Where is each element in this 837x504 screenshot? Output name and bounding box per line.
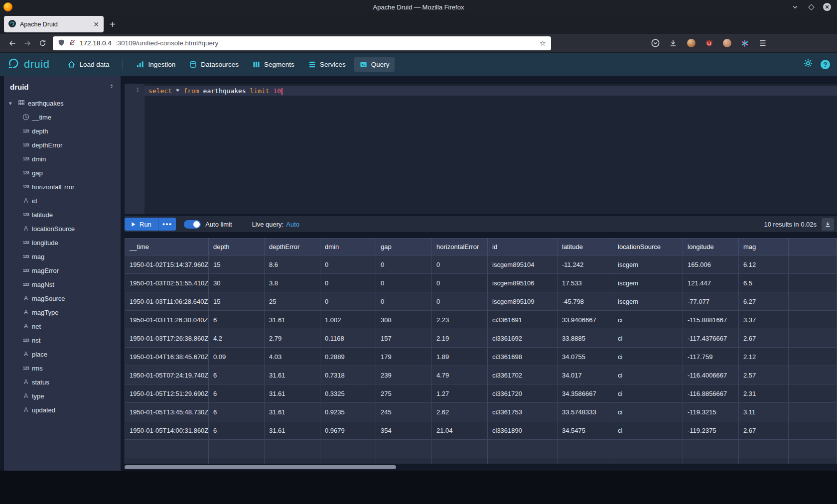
column-header-__time[interactable]: __time [125,239,209,255]
horizontal-scrollbar[interactable] [125,465,837,469]
result-cell[interactable]: 2.12 [739,348,789,366]
result-cell[interactable]: 1950-01-05T14:00:31.860Z [125,421,209,440]
editor-code-area[interactable]: select * from earthquakes limit 10 [144,84,837,214]
result-cell[interactable]: 2.67 [739,421,789,440]
column-item-magNst[interactable]: 123magNst [4,277,121,291]
result-cell[interactable]: -11.242 [558,255,613,274]
column-item-magError[interactable]: 123magError [4,263,121,277]
result-cell[interactable]: 1950-01-04T16:38:45.670Z [125,348,209,366]
result-cell[interactable]: 354 [376,421,432,440]
result-cell[interactable]: 275 [376,384,432,403]
column-header-mag[interactable]: mag [739,239,789,255]
result-cell[interactable]: 34.5475 [558,421,613,440]
result-cell[interactable]: 1.89 [432,348,488,366]
result-cell[interactable]: 0 [432,274,488,292]
insecure-lock-icon[interactable] [69,39,76,48]
nav-item-query[interactable]: Query [354,57,395,72]
result-cell[interactable]: -45.798 [558,292,613,311]
result-cell[interactable]: 179 [376,348,432,366]
result-cell[interactable]: 2.67 [739,329,789,348]
result-cell[interactable]: 4.2 [209,329,265,348]
result-cell[interactable]: 33.8885 [558,329,613,348]
ublock-icon[interactable] [703,38,714,49]
result-cell[interactable]: 1950-01-03T11:26:30.040Z [125,311,209,329]
table-item-earthquakes[interactable]: ▾ earthquakes [4,96,121,110]
result-cell[interactable]: 0 [320,255,376,274]
column-item-locationSource[interactable]: AlocationSource [4,222,121,236]
result-cell[interactable]: 17.533 [558,274,613,292]
result-cell[interactable]: iscgem895104 [488,255,558,274]
downloads-icon[interactable] [668,38,679,49]
scrollbar-thumb[interactable] [125,465,396,469]
column-item-place[interactable]: Aplace [4,347,121,361]
pocket-icon[interactable] [650,38,661,49]
result-cell[interactable]: 21.04 [432,421,488,440]
result-cell[interactable]: -117.759 [683,348,739,366]
result-cell[interactable]: ci [613,403,683,421]
nav-item-load-data[interactable]: Load data [62,57,115,72]
result-cell[interactable]: 1950-01-03T02:51:55.410Z [125,274,209,292]
column-header-locationSource[interactable]: locationSource [613,239,683,255]
result-cell[interactable]: -117.4376667 [683,329,739,348]
column-item-net[interactable]: Anet [4,319,121,333]
column-item-magSource[interactable]: AmagSource [4,291,121,305]
result-cell[interactable]: ci3361691 [488,311,558,329]
result-cell[interactable]: 31.61 [265,384,320,403]
result-cell[interactable]: 0 [376,255,432,274]
run-button[interactable]: Run [125,218,158,231]
column-item-status[interactable]: Astatus [4,375,121,389]
result-cell[interactable]: 1950-01-05T07:24:19.740Z [125,366,209,384]
tracking-shield-icon[interactable] [58,39,65,48]
column-item-depth[interactable]: 123depth [4,124,121,138]
result-cell[interactable]: 1.002 [320,311,376,329]
column-item-id[interactable]: Aid [4,194,121,208]
tab-close-icon[interactable]: ✕ [93,20,99,28]
column-header-dmin[interactable]: dmin [320,239,376,255]
help-button[interactable]: ? [821,60,830,69]
result-cell[interactable]: 0 [320,292,376,311]
live-query-value[interactable]: Auto [286,221,299,228]
column-item-dmin[interactable]: 123dmin [4,152,121,166]
result-cell[interactable]: 6 [209,311,265,329]
result-cell[interactable]: 2.23 [432,311,488,329]
result-cell[interactable]: 245 [376,403,432,421]
avatar-extension-icon[interactable] [721,38,732,49]
column-item-nst[interactable]: 123nst [4,333,121,347]
result-cell[interactable]: 31.61 [265,311,320,329]
chevron-down-icon[interactable]: ▾ [9,100,15,107]
column-item-longitude[interactable]: 123longitude [4,236,121,250]
column-item-gap[interactable]: 123gap [4,166,121,180]
druid-brand[interactable]: druid [7,57,49,72]
result-cell[interactable]: 6 [209,403,265,421]
colorways-extension-icon[interactable] [739,38,750,49]
double-caret-icon[interactable] [109,83,115,91]
sql-editor[interactable]: 1 select * from earthquakes limit 10 [125,84,837,214]
result-cell[interactable]: 0 [432,255,488,274]
result-cell[interactable]: 2.19 [432,329,488,348]
result-cell[interactable]: 34.0755 [558,348,613,366]
result-cell[interactable]: iscgem [613,274,683,292]
window-maximize-button[interactable] [807,3,815,11]
result-cell[interactable]: -116.8856667 [683,384,739,403]
result-cell[interactable]: ci3361702 [488,366,558,384]
nav-item-ingestion[interactable]: Ingestion [131,57,181,72]
sql-line[interactable]: select * from earthquakes limit 10 [144,86,837,96]
result-cell[interactable]: 1950-01-02T15:14:37.960Z [125,255,209,274]
result-cell[interactable]: 2.62 [432,403,488,421]
result-cell[interactable]: 6.12 [739,255,789,274]
result-cell[interactable]: 6 [209,421,265,440]
column-item-type[interactable]: Atype [4,389,121,403]
result-cell[interactable]: 3.8 [265,274,320,292]
result-cell[interactable]: 308 [376,311,432,329]
result-cell[interactable]: 0.2889 [320,348,376,366]
column-header-depthError[interactable]: depthError [265,239,320,255]
result-cell[interactable]: 6 [209,366,265,384]
column-item-depthError[interactable]: 123depthError [4,138,121,152]
result-cell[interactable]: 0.3325 [320,384,376,403]
column-header-horizontalError[interactable]: horizontalError [432,239,488,255]
column-header-depth[interactable]: depth [209,239,265,255]
result-cell[interactable]: 34.017 [558,366,613,384]
result-cell[interactable]: ci [613,329,683,348]
url-bar[interactable]: 172.18.0.4:30109/unified-console.html#qu… [53,36,551,50]
result-cell[interactable]: 15 [209,292,265,311]
